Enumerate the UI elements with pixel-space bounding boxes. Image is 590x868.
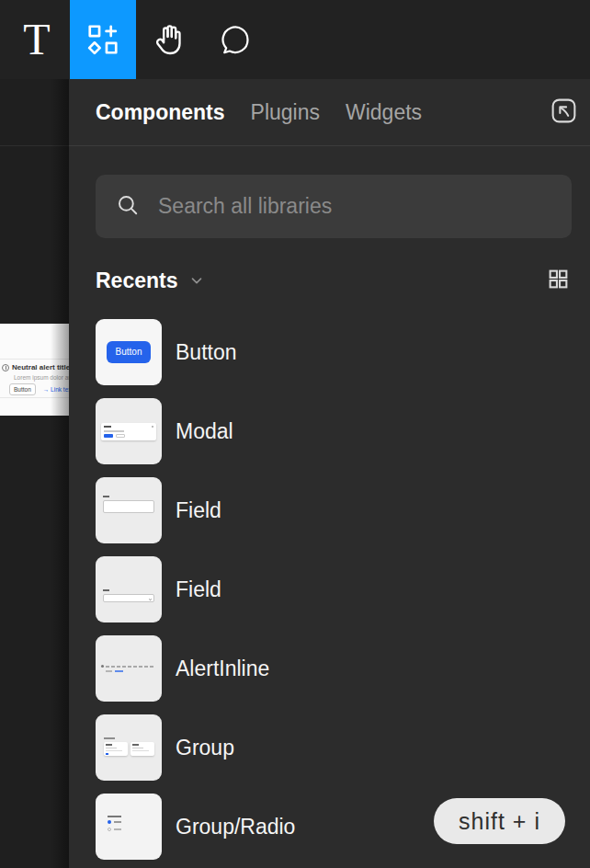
modal-thumbnail xyxy=(96,398,162,464)
arrow-up-left-icon xyxy=(549,96,579,130)
canvas-background: Neutral alert title Lorem ipsum dolor am… xyxy=(0,79,69,868)
components-tool-button[interactable] xyxy=(70,0,136,79)
search-input[interactable] xyxy=(158,194,555,219)
chevron-down-icon[interactable] xyxy=(188,272,205,289)
item-label: Group/Radio xyxy=(176,815,295,839)
recents-title: Recents xyxy=(96,268,177,293)
search-bar xyxy=(96,175,572,238)
list-item-button[interactable]: Button Button xyxy=(96,319,590,385)
text-tool-button[interactable]: T xyxy=(4,0,70,79)
list-item-modal[interactable]: Modal xyxy=(96,398,590,464)
tab-components[interactable]: Components xyxy=(96,100,225,125)
field-thumbnail xyxy=(96,477,162,543)
recents-header: Recents xyxy=(96,265,570,296)
comment-bubble-icon xyxy=(218,22,253,57)
hand-icon xyxy=(151,21,187,58)
component-list: Button Button Modal Field F xyxy=(96,319,590,868)
group-radio-thumbnail xyxy=(96,794,162,860)
info-icon xyxy=(2,364,9,371)
comment-tool-button[interactable] xyxy=(202,0,268,79)
alert-button: Button xyxy=(9,383,36,395)
hand-tool-button[interactable] xyxy=(136,0,202,79)
item-label: Field xyxy=(176,577,221,602)
grid-view-icon xyxy=(547,268,570,294)
thumbnail-button-label: Button xyxy=(107,341,152,363)
item-label: Button xyxy=(176,340,237,365)
list-item-field[interactable]: Field xyxy=(96,477,590,543)
list-item-field-2[interactable]: Field xyxy=(96,556,590,622)
tab-plugins[interactable]: Plugins xyxy=(251,100,320,125)
panel-drop-shadow xyxy=(51,79,69,868)
tab-widgets[interactable]: Widgets xyxy=(346,100,422,125)
item-label: AlertInline xyxy=(176,657,269,681)
field-thumbnail xyxy=(96,556,162,622)
list-item-alertinline[interactable]: AlertInline xyxy=(96,635,590,702)
toolbar: T xyxy=(0,0,590,79)
panel-tabs: Components Plugins Widgets xyxy=(69,79,590,146)
detach-panel-button[interactable] xyxy=(549,97,579,128)
button-thumbnail: Button xyxy=(96,319,162,385)
alertinline-thumbnail xyxy=(96,635,162,702)
grid-view-button[interactable] xyxy=(547,268,570,294)
item-label: Modal xyxy=(176,419,233,444)
figma-insert-panel-screen: T xyxy=(0,0,590,868)
insert-panel: Components Plugins Widgets xyxy=(69,79,590,868)
list-item-group[interactable]: Group xyxy=(96,714,590,781)
components-icon xyxy=(85,22,120,57)
search-icon xyxy=(116,193,140,221)
text-tool-icon: T xyxy=(23,17,50,62)
item-label: Field xyxy=(176,498,221,523)
shortcut-hint-text: shift + i xyxy=(459,808,540,835)
item-label: Group xyxy=(176,736,234,760)
group-thumbnail xyxy=(96,714,162,781)
shortcut-hint-badge: shift + i xyxy=(434,798,565,844)
